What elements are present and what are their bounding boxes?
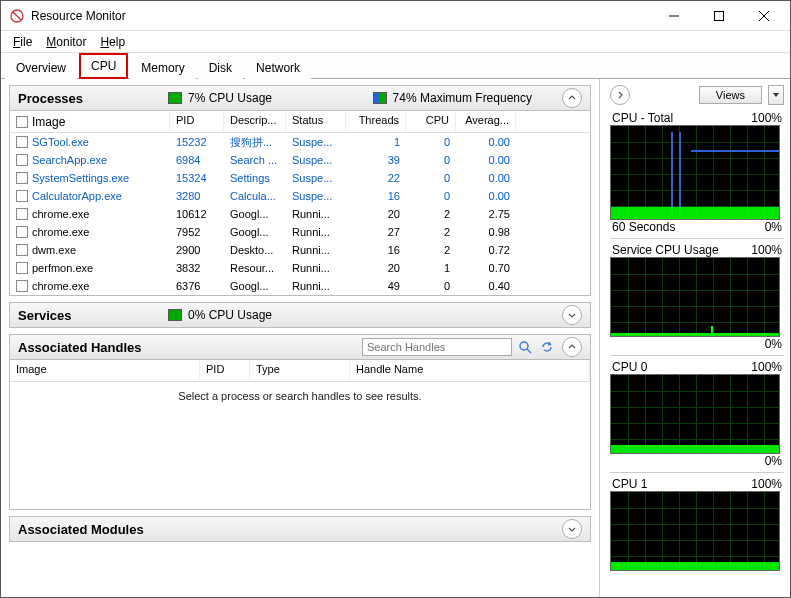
row-checkbox[interactable] [16, 280, 28, 292]
table-row[interactable]: chrome.exe6376Googl...Runni...4900.40 [10, 277, 590, 295]
app-icon [9, 8, 25, 24]
max-freq-text: 74% Maximum Frequency [393, 91, 532, 105]
left-pane: Processes 7% CPU Usage 74% Maximum Frequ… [1, 79, 600, 597]
processes-header[interactable]: Processes 7% CPU Usage 74% Maximum Frequ… [9, 85, 591, 111]
table-row[interactable]: dwm.exe2900Deskto...Runni...1620.72 [10, 241, 590, 259]
charts-nav-button[interactable] [610, 85, 630, 105]
handles-empty-text: Select a process or search handles to se… [10, 382, 590, 410]
row-checkbox[interactable] [16, 208, 28, 220]
table-row[interactable]: chrome.exe7952Googl...Runni...2720.98 [10, 223, 590, 241]
svg-line-1 [13, 12, 21, 20]
tab-network[interactable]: Network [245, 56, 311, 79]
processes-collapse-button[interactable] [562, 88, 582, 108]
table-row[interactable]: chrome.exe10612Googl...Runni...2022.75 [10, 205, 590, 223]
refresh-icon[interactable] [538, 338, 556, 356]
handles-table: Image PID Type Handle Name Select a proc… [9, 360, 591, 510]
window-title: Resource Monitor [31, 9, 651, 23]
svg-line-7 [527, 349, 531, 353]
tab-disk[interactable]: Disk [198, 56, 243, 79]
tab-memory[interactable]: Memory [130, 56, 195, 79]
titlebar: Resource Monitor [1, 1, 790, 31]
table-row[interactable]: SGTool.exe15232搜狗拼...Suspe...100.00 [10, 133, 590, 151]
services-expand-button[interactable] [562, 305, 582, 325]
select-all-checkbox[interactable] [16, 116, 28, 128]
table-row[interactable]: perfmon.exe3832Resour...Runni...2010.70 [10, 259, 590, 277]
row-checkbox[interactable] [16, 172, 28, 184]
tabbar: Overview CPU Memory Disk Network [1, 53, 790, 79]
table-row[interactable]: SystemSettings.exe15324SettingsSuspe...2… [10, 169, 590, 187]
svg-rect-3 [714, 11, 723, 20]
table-row[interactable]: SearchApp.exe6984Search ...Suspe...3900.… [10, 151, 590, 169]
views-button[interactable]: Views [699, 86, 762, 104]
handles-header[interactable]: Associated Handles [9, 334, 591, 360]
maximize-button[interactable] [696, 1, 741, 30]
close-button[interactable] [741, 1, 786, 30]
menubar: File Monitor Help [1, 31, 790, 53]
right-pane: Views CPU - Total100%60 Seconds0%Service… [600, 79, 790, 597]
max-freq-icon [373, 92, 387, 104]
chart-canvas [610, 491, 780, 571]
chart-2: CPU 0100%0% [610, 360, 784, 473]
table-row[interactable]: CalculatorApp.exe3280Calcula...Suspe...1… [10, 187, 590, 205]
row-checkbox[interactable] [16, 244, 28, 256]
handles-collapse-button[interactable] [562, 337, 582, 357]
minimize-button[interactable] [651, 1, 696, 30]
modules-expand-button[interactable] [562, 519, 582, 539]
chart-canvas [610, 125, 780, 220]
menu-monitor[interactable]: Monitor [40, 33, 92, 51]
chart-3: CPU 1100% [610, 477, 784, 573]
row-checkbox[interactable] [16, 262, 28, 274]
processes-columns[interactable]: Image PID Descrip... Status Threads CPU … [10, 111, 590, 133]
tab-cpu[interactable]: CPU [79, 53, 128, 79]
search-handles-input[interactable] [362, 338, 512, 356]
modules-header[interactable]: Associated Modules [9, 516, 591, 542]
row-checkbox[interactable] [16, 136, 28, 148]
menu-file[interactable]: File [7, 33, 38, 51]
cpu-usage-text: 7% CPU Usage [188, 91, 272, 105]
services-title: Services [18, 308, 168, 323]
processes-title: Processes [18, 91, 168, 106]
chart-canvas [610, 374, 780, 454]
row-checkbox[interactable] [16, 154, 28, 166]
chart-0: CPU - Total100%60 Seconds0% [610, 111, 784, 239]
row-checkbox[interactable] [16, 190, 28, 202]
handles-title: Associated Handles [18, 340, 168, 355]
chart-canvas [610, 257, 780, 337]
menu-help[interactable]: Help [94, 33, 131, 51]
tab-overview[interactable]: Overview [5, 56, 77, 79]
views-dropdown-button[interactable] [768, 85, 784, 105]
cpu-usage-icon [168, 92, 182, 104]
modules-title: Associated Modules [18, 522, 168, 537]
processes-table: Image PID Descrip... Status Threads CPU … [9, 111, 591, 296]
services-cpu-icon [168, 309, 182, 321]
services-header[interactable]: Services 0% CPU Usage [9, 302, 591, 328]
services-cpu-text: 0% CPU Usage [188, 308, 272, 322]
row-checkbox[interactable] [16, 226, 28, 238]
svg-point-6 [520, 342, 528, 350]
search-icon[interactable] [516, 338, 534, 356]
chart-1: Service CPU Usage100%0% [610, 243, 784, 356]
